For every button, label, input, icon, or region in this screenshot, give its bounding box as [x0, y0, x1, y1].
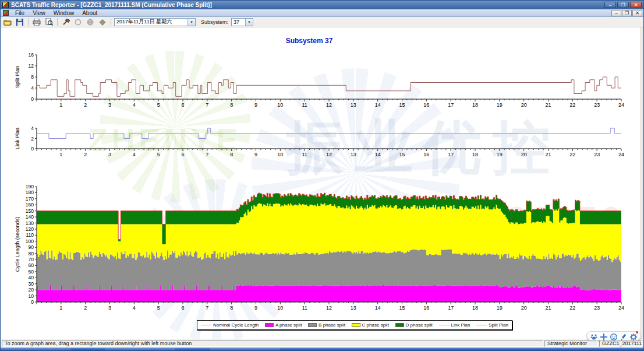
- svg-text:20: 20: [29, 287, 34, 293]
- mdi-minimize-button[interactable]: –: [611, 10, 621, 16]
- svg-text:6: 6: [181, 152, 184, 157]
- chevron-down-icon[interactable]: ▼: [245, 19, 253, 26]
- legend-marker: [352, 323, 360, 327]
- legend-label: Nominal Cycle Length: [213, 322, 259, 328]
- svg-text:14: 14: [375, 102, 381, 108]
- open-folder-icon: [3, 19, 12, 26]
- svg-text:8: 8: [31, 74, 34, 80]
- legend-marker: [439, 325, 450, 325]
- maximize-button[interactable]: ❐: [617, 2, 629, 8]
- ring-icon: [75, 19, 82, 26]
- svg-text:17: 17: [448, 152, 454, 157]
- svg-text:23: 23: [594, 305, 600, 311]
- svg-text:22: 22: [569, 102, 575, 108]
- date-value: 2017年11月11日 星期六: [116, 18, 172, 26]
- mdi-close-button[interactable]: ✕: [632, 10, 642, 16]
- toolbar-separator: [111, 18, 111, 26]
- ime-paw-icon[interactable]: [590, 332, 597, 339]
- save-button[interactable]: [15, 17, 25, 26]
- diamond-icon: [99, 19, 106, 26]
- cycle-length-chart[interactable]: 1234567891011121314151617181920212223240…: [12, 184, 629, 317]
- mdi-child-icon[interactable]: [3, 10, 9, 16]
- mdi-restore-button[interactable]: ❐: [622, 10, 632, 16]
- svg-text:16: 16: [423, 102, 429, 108]
- menu-item-view[interactable]: View: [29, 9, 49, 17]
- svg-text:22: 22: [569, 305, 575, 311]
- split-plan-chart[interactable]: 1234567891011121314151617181920212223240…: [12, 47, 629, 108]
- menu-item-window[interactable]: Window: [49, 9, 79, 17]
- windows-taskbar[interactable]: [1, 348, 643, 350]
- legend-marker: [308, 323, 317, 327]
- svg-text:160: 160: [26, 202, 34, 208]
- svg-text:170: 170: [26, 196, 34, 202]
- svg-text:190: 190: [26, 184, 34, 189]
- svg-text:50: 50: [29, 269, 34, 275]
- svg-text:100: 100: [26, 238, 34, 244]
- svg-text:6: 6: [181, 305, 184, 311]
- svg-text:8: 8: [230, 102, 233, 108]
- svg-text:4: 4: [31, 85, 34, 91]
- legend-marker: [201, 325, 211, 325]
- menu-item-file[interactable]: File: [11, 9, 29, 17]
- svg-text:7: 7: [206, 102, 208, 108]
- svg-text:12: 12: [326, 102, 332, 108]
- subsystem-value: 37: [233, 19, 239, 25]
- stop-button-disabled: [85, 17, 95, 26]
- svg-text:60: 60: [29, 262, 34, 268]
- ime-toolbar: [586, 331, 641, 341]
- print-icon: [33, 19, 41, 26]
- subsystem-combobox[interactable]: 37 ▼: [231, 18, 253, 26]
- svg-text:0: 0: [31, 146, 34, 152]
- svg-text:3: 3: [108, 152, 111, 157]
- ime-move-icon[interactable]: [600, 332, 607, 339]
- minimize-button[interactable]: –: [604, 2, 616, 8]
- svg-text:8: 8: [230, 305, 233, 311]
- svg-text:2: 2: [84, 305, 87, 311]
- svg-text:18: 18: [472, 102, 478, 108]
- ime-smiley-icon[interactable]: [610, 332, 617, 339]
- ime-gear-icon[interactable]: [630, 332, 637, 339]
- legend-label: Link Plan: [451, 322, 470, 328]
- print-button[interactable]: [31, 17, 42, 26]
- toolbar-separator: [57, 18, 58, 26]
- status-monitor-panel: Strategic Monitor: [544, 340, 598, 347]
- svg-text:1: 1: [59, 152, 62, 157]
- svg-text:1: 1: [59, 305, 62, 311]
- legend-marker: [395, 323, 404, 327]
- legend-label: A phase split: [275, 322, 302, 328]
- print-preview-button[interactable]: [44, 17, 54, 26]
- svg-text:16: 16: [29, 52, 34, 58]
- svg-text:150: 150: [26, 208, 34, 214]
- toolbar-separator: [28, 18, 29, 26]
- window-title: SCATS Traffic Reporter - [GZZC1_20171111…: [11, 2, 602, 8]
- svg-text:9: 9: [254, 102, 257, 108]
- legend-label: D phase split: [406, 322, 433, 328]
- svg-text:24: 24: [618, 305, 624, 311]
- ime-pencil-icon[interactable]: [620, 332, 627, 339]
- svg-text:80: 80: [29, 251, 34, 257]
- link-plan-chart[interactable]: 1234567891011121314151617181920212223240…: [12, 122, 629, 160]
- open-file-button[interactable]: [2, 17, 13, 26]
- svg-text:12: 12: [326, 305, 332, 311]
- svg-text:90: 90: [29, 244, 34, 250]
- tools-button[interactable]: [61, 17, 71, 26]
- svg-text:12: 12: [326, 152, 332, 157]
- svg-text:2: 2: [84, 102, 87, 108]
- save-icon: [16, 19, 23, 26]
- svg-text:21: 21: [545, 152, 551, 157]
- svg-text:19: 19: [497, 102, 503, 108]
- chevron-down-icon[interactable]: ▼: [187, 19, 195, 26]
- legend-label: C phase split: [362, 322, 389, 328]
- svg-text:Link Plan: Link Plan: [15, 128, 20, 149]
- svg-text:9: 9: [254, 152, 257, 157]
- svg-text:7: 7: [206, 152, 208, 157]
- status-bar: To zoom a graph area, drag a rectangle t…: [1, 339, 643, 348]
- svg-text:23: 23: [594, 152, 600, 157]
- close-button[interactable]: ✕: [630, 2, 642, 8]
- svg-text:40: 40: [29, 275, 34, 280]
- svg-text:14: 14: [375, 305, 381, 311]
- date-combobox[interactable]: 2017年11月11日 星期六 ▼: [114, 18, 196, 26]
- svg-text:7: 7: [206, 305, 208, 311]
- svg-text:5: 5: [157, 152, 160, 157]
- menu-item-about[interactable]: About: [78, 9, 101, 17]
